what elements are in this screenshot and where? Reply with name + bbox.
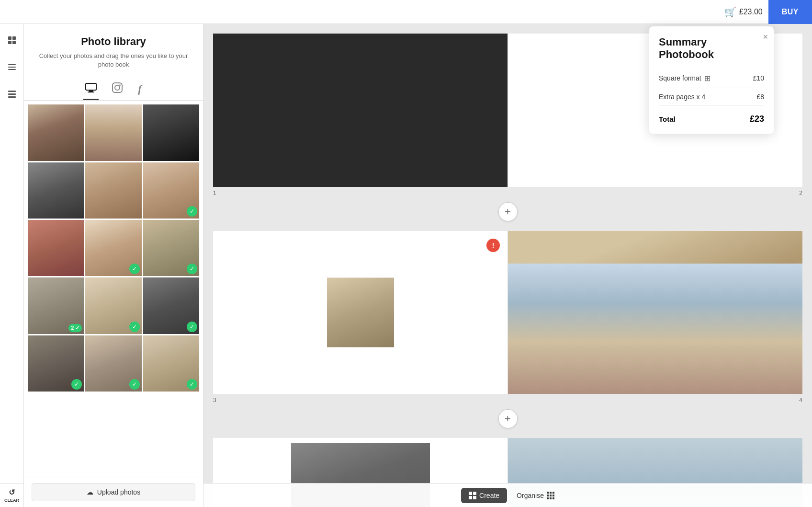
svg-rect-18 (469, 496, 472, 499)
add-page-button-2[interactable]: + (213, 409, 802, 428)
library-title: Photo library (32, 35, 195, 48)
svg-rect-17 (473, 492, 476, 495)
svg-rect-7 (8, 91, 16, 92)
price-display[interactable]: 🛒 £23.00 (724, 6, 768, 18)
photo-cell[interactable] (28, 104, 84, 161)
create-label: Create (479, 492, 499, 499)
photo-cell[interactable]: ✓ (85, 220, 141, 276)
photo-cell[interactable] (28, 220, 84, 276)
add-page-circle: + (498, 202, 518, 221)
svg-point-14 (115, 85, 120, 90)
photo-cell[interactable]: ✓ (143, 277, 199, 334)
svg-rect-19 (473, 496, 476, 499)
photo-cell[interactable]: ✓ (143, 162, 199, 219)
format-text: Square format (659, 74, 701, 82)
svg-rect-10 (86, 83, 96, 90)
photo-cell[interactable]: ✓ (85, 277, 141, 334)
photo-check-mark: ✓ (187, 322, 197, 332)
summary-total-price: £23 (750, 114, 764, 124)
source-tabs: f (24, 75, 203, 101)
photo-grid-container: ✓ ✓ ✓ 2 ✓ ✓ (24, 101, 203, 477)
photo-check-mark: ✓ (187, 379, 197, 390)
sidebar-icon-layers[interactable] (3, 85, 21, 103)
photo-cell[interactable]: 2 ✓ (28, 277, 84, 334)
photo-cell[interactable] (85, 104, 141, 161)
svg-rect-6 (8, 69, 16, 70)
summary-label-format: Square format ⊞ (659, 74, 710, 83)
sidebar-icon-list[interactable] (3, 58, 21, 76)
svg-rect-21 (550, 492, 552, 494)
svg-rect-13 (113, 83, 122, 92)
photo-cell[interactable] (28, 162, 84, 219)
top-bar: 🛒 £23.00 BUY (0, 0, 812, 24)
photo-check-mark: ✓ (129, 322, 140, 332)
tab-instagram[interactable] (110, 79, 124, 100)
format-icon[interactable]: ⊞ (704, 74, 710, 83)
page-num-2: 2 (799, 190, 802, 196)
library-subtitle: Collect your photos and drag the ones yo… (32, 52, 195, 69)
page-num-3: 3 (213, 397, 216, 403)
page-num-4: 4 (799, 397, 802, 403)
svg-rect-0 (8, 36, 11, 40)
summary-price-pages: £8 (756, 93, 764, 101)
photo-check-mark: ✓ (129, 379, 140, 390)
photo-check-num: 2 ✓ (68, 324, 82, 332)
page-spread-2: ! (213, 231, 802, 394)
photo-cell[interactable]: ✓ (143, 335, 199, 392)
svg-rect-27 (550, 497, 552, 499)
create-button[interactable]: Create (461, 488, 507, 503)
summary-close-button[interactable]: × (763, 32, 768, 42)
svg-rect-8 (8, 93, 16, 95)
page-left-1 (213, 34, 508, 187)
photo-grid: ✓ ✓ ✓ 2 ✓ ✓ (28, 104, 199, 392)
photo-cell[interactable]: ✓ (143, 220, 199, 276)
photo-cell[interactable] (85, 162, 141, 219)
add-page-circle-2: + (498, 409, 518, 428)
sidebar-icon-grid[interactable] (3, 32, 21, 49)
photo-cell[interactable] (143, 104, 199, 161)
svg-rect-9 (8, 96, 16, 98)
svg-rect-20 (547, 492, 549, 494)
svg-rect-3 (12, 41, 16, 44)
svg-rect-16 (469, 492, 472, 495)
price-value: £23.00 (739, 8, 763, 16)
upload-label: Upload photos (97, 488, 140, 496)
page-right-2 (508, 231, 802, 394)
photo-cell[interactable]: ✓ (85, 335, 141, 392)
page-num-1: 1 (213, 190, 216, 196)
svg-rect-24 (550, 495, 552, 496)
warning-icon: ! (486, 239, 500, 252)
upload-cloud-icon: ☁ (87, 488, 93, 496)
svg-rect-12 (88, 92, 94, 92)
svg-rect-23 (547, 495, 549, 496)
svg-rect-22 (553, 492, 554, 494)
photo-library-panel: Photo library Collect your photos and dr… (24, 24, 203, 507)
clear-button[interactable]: ↺ CLEAR (0, 483, 24, 507)
pages-text: Extra pages x 4 (659, 93, 705, 101)
svg-rect-28 (553, 497, 554, 499)
photo-cell[interactable]: ✓ (28, 335, 84, 392)
svg-rect-25 (553, 495, 554, 496)
tab-facebook[interactable]: f (136, 79, 143, 100)
placed-photo (327, 278, 394, 347)
organise-button[interactable]: Organise (517, 492, 554, 499)
add-page-button-1[interactable]: + (213, 202, 802, 221)
sidebar (0, 24, 24, 507)
photo-check-mark: ✓ (129, 264, 140, 274)
bottom-bar: Create Organise (203, 483, 812, 507)
clear-label: CLEAR (4, 498, 19, 503)
upload-bar: ☁ Upload photos (24, 477, 203, 507)
upload-button[interactable]: ☁ Upload photos (32, 483, 195, 501)
summary-total-label: Total (659, 115, 676, 123)
organise-icon (547, 492, 554, 499)
buy-button[interactable]: BUY (768, 0, 812, 24)
summary-total-row: Total £23 (659, 108, 764, 124)
summary-popup: × Summary Photobook Square format ⊞ £10 … (649, 26, 774, 134)
summary-title: Summary Photobook (659, 36, 764, 61)
tab-computer[interactable] (83, 79, 99, 100)
summary-row-pages: Extra pages x 4 £8 (659, 88, 764, 106)
summary-row-format: Square format ⊞ £10 (659, 69, 764, 88)
cart-icon: 🛒 (724, 6, 736, 18)
svg-rect-11 (89, 91, 93, 92)
summary-price-format: £10 (753, 74, 764, 82)
